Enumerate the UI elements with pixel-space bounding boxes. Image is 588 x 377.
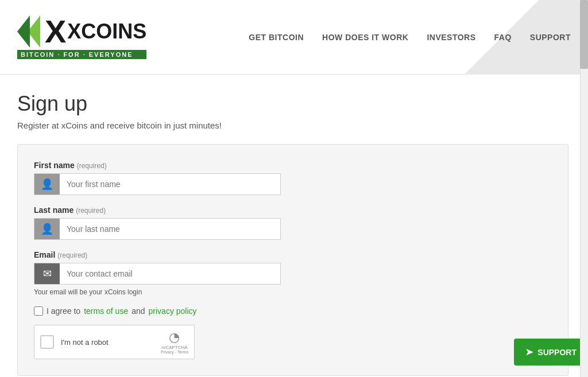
scrollbar-track (580, 0, 588, 377)
logo: X XCOINS BITCOIN · FOR · EVERYONE (17, 15, 146, 59)
scrollbar-thumb[interactable] (580, 0, 588, 69)
person-icon-2: 👤 (34, 219, 60, 239)
main-content: Sign up Register at xCoins and receive b… (0, 75, 588, 377)
email-group: Email (required) ✉ Your email will be yo… (34, 250, 552, 296)
last-name-label: Last name (required) (34, 205, 552, 215)
terms-checkbox-row: I agree to terms of use and privacy poli… (34, 306, 552, 316)
email-input-wrapper: ✉ (34, 263, 281, 285)
logo-chevrons (17, 15, 40, 48)
person-icon: 👤 (34, 174, 60, 195)
logo-x-letter: X (45, 15, 66, 48)
chevron-left-icon (17, 15, 30, 48)
email-input[interactable] (60, 263, 280, 284)
support-button[interactable]: ➤ SUPPORT (514, 339, 588, 366)
email-envelope-icon: ✉ (34, 263, 60, 284)
privacy-policy-link[interactable]: privacy policy (149, 306, 197, 316)
captcha-checkbox[interactable] (40, 335, 54, 349)
email-hint: Your email will be your xCoins login (34, 288, 552, 296)
last-name-input-wrapper: 👤 (34, 218, 281, 240)
recaptcha-logo: ◔ reCAPTCHA Privacy - Terms (161, 330, 188, 354)
terms-middle: and (131, 306, 145, 316)
nav-get-bitcoin[interactable]: GET BITCOIN (249, 33, 304, 42)
first-name-input[interactable] (60, 174, 280, 195)
terms-prefix: I agree to (47, 306, 80, 316)
captcha-label: I'm not a robot (61, 338, 154, 347)
header: X XCOINS BITCOIN · FOR · EVERYONE GET BI… (0, 0, 588, 75)
first-name-label: First name (required) (34, 161, 552, 170)
nav-investors[interactable]: INVESTORS (427, 33, 475, 42)
nav-faq[interactable]: FAQ (494, 33, 512, 42)
email-label: Email (required) (34, 250, 552, 259)
terms-checkbox[interactable] (34, 306, 43, 316)
terms-of-use-link[interactable]: terms of use (84, 306, 128, 316)
support-icon: ➤ (525, 347, 533, 357)
last-name-input[interactable] (60, 219, 280, 239)
page-subtitle: Register at xCoins and receive bitcoin i… (17, 121, 571, 130)
signup-form-card: First name (required) 👤 Last name (requi… (17, 144, 568, 376)
page-title: Sign up (17, 92, 571, 116)
main-nav: GET BITCOIN HOW DOES IT WORK INVESTORS F… (249, 33, 571, 42)
logo-coins-text: XCOINS (67, 21, 146, 42)
nav-support[interactable]: SUPPORT (530, 33, 571, 42)
support-button-label: SUPPORT (537, 348, 577, 357)
first-name-input-wrapper: 👤 (34, 173, 281, 195)
logo-tagline: BITCOIN · FOR · EVERYONE (17, 50, 146, 59)
captcha-box: I'm not a robot ◔ reCAPTCHA Privacy - Te… (34, 325, 195, 359)
nav-how-it-works[interactable]: HOW DOES IT WORK (322, 33, 408, 42)
last-name-group: Last name (required) 👤 (34, 205, 552, 240)
recaptcha-icon: ◔ (169, 330, 180, 345)
first-name-group: First name (required) 👤 (34, 161, 552, 195)
